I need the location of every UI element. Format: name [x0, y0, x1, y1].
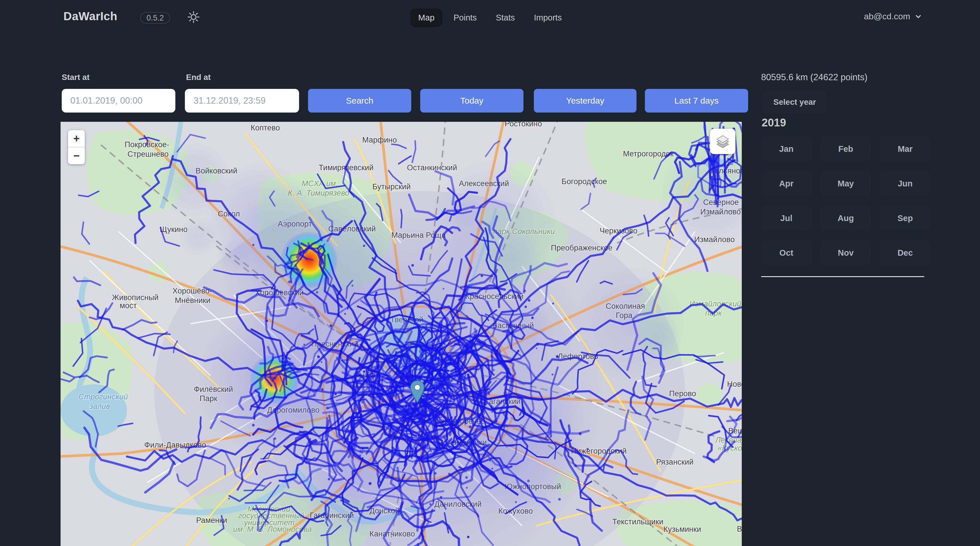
- map-label: МСХА им.: [302, 179, 338, 188]
- zoom-control: + −: [68, 130, 85, 164]
- tab-imports[interactable]: Imports: [526, 9, 570, 27]
- map-label: Таганский: [485, 397, 520, 406]
- map-label: Красносельский: [465, 292, 523, 301]
- month-button-sep[interactable]: Sep: [880, 206, 931, 231]
- map-label: Парк: [200, 394, 217, 403]
- tab-map[interactable]: Map: [410, 9, 442, 27]
- map-label: Тверской: [390, 315, 423, 324]
- map-label: Ростокино: [505, 122, 542, 128]
- map-label: Пресненский: [311, 340, 358, 348]
- map-label: Перово: [669, 389, 696, 398]
- select-year-button[interactable]: Select year: [763, 91, 827, 114]
- map-label: парк Сокольники: [493, 227, 555, 236]
- map-label: им. М. В. Ломоносова: [233, 525, 312, 533]
- map-label: Марьина Роща: [391, 231, 446, 239]
- map-label: Рязанский: [656, 458, 694, 466]
- tracks-heatmap-layer: [60, 122, 742, 546]
- month-button-may[interactable]: May: [821, 171, 871, 196]
- map-label: Донской: [369, 506, 399, 515]
- map-label: Арбат: [357, 371, 379, 380]
- map-label: университет: [243, 518, 294, 527]
- account-menu[interactable]: ab@cd.com: [864, 11, 922, 21]
- map-label: Строгинский: [78, 393, 128, 401]
- map-label: Дорогомилово: [267, 406, 320, 414]
- map-label: Измайловский: [689, 300, 741, 308]
- map-label: Текстильщики: [612, 517, 663, 526]
- map-label: Гора: [616, 311, 633, 320]
- map-label: Вешняки: [728, 426, 742, 435]
- tab-stats[interactable]: Stats: [488, 9, 523, 27]
- map-label: Хамовники: [447, 438, 487, 447]
- month-button-jul[interactable]: Jul: [761, 206, 811, 231]
- zoom-in-button[interactable]: +: [68, 130, 85, 147]
- map-label: Раменки: [196, 516, 227, 525]
- map-label: Стрешнево: [127, 150, 169, 158]
- month-button-feb[interactable]: Feb: [821, 136, 871, 161]
- map-label: Останкинский: [407, 163, 457, 172]
- month-button-oct[interactable]: Oct: [761, 240, 811, 265]
- version-badge: 0.5.2: [140, 12, 170, 24]
- map-label: Выхино: [737, 525, 742, 533]
- map-label: Измайлово: [694, 235, 735, 244]
- map-label: Богородское: [562, 177, 607, 186]
- map-label: Коптево: [251, 123, 280, 132]
- map-label: мост: [120, 301, 137, 310]
- map-label: Лесопарк: [715, 436, 742, 444]
- month-button-mar[interactable]: Mar: [880, 136, 931, 161]
- map-label: Щукино: [160, 225, 188, 234]
- end-at-input[interactable]: [185, 89, 299, 113]
- map-label: Гагаринский: [310, 511, 354, 520]
- sun-icon: [187, 10, 200, 24]
- map-label: Хорошёво-: [172, 287, 212, 295]
- month-button-aug[interactable]: Aug: [821, 206, 871, 231]
- map-label: Войковский: [196, 166, 237, 175]
- map-label: Нижегородский: [571, 447, 627, 455]
- map-label: Сокол: [218, 209, 240, 218]
- month-button-apr[interactable]: Apr: [761, 171, 811, 196]
- map-label: Кузьминки: [663, 525, 701, 533]
- map-label: Черкизово: [600, 227, 637, 235]
- search-button[interactable]: Search: [308, 89, 411, 113]
- map-label: Метрогородок: [623, 150, 674, 158]
- map-container[interactable]: КоптевоМарфиноПокровское-СтрешневоТимиря…: [60, 122, 742, 546]
- month-button-jan[interactable]: Jan: [761, 136, 811, 161]
- map-label: К. А. Тимирязево: [288, 189, 349, 197]
- map-label: Мнёвники: [175, 296, 210, 305]
- chevron-down-icon: [914, 13, 922, 21]
- zoom-out-button[interactable]: −: [68, 147, 85, 164]
- tab-points[interactable]: Points: [446, 9, 485, 27]
- map-label: Московский: [247, 505, 290, 513]
- month-grid: Jan Feb Mar Apr May Jun Jul Aug Sep Oct …: [761, 136, 931, 265]
- month-button-jun[interactable]: Jun: [880, 171, 931, 196]
- yesterday-button[interactable]: Yesterday: [534, 89, 636, 113]
- month-button-nov[interactable]: Nov: [821, 240, 871, 265]
- map-label: Измайлово: [700, 208, 741, 216]
- map-label: залив: [89, 402, 110, 411]
- map-label: Преображенское: [551, 244, 612, 252]
- map-label: Аэропорт: [278, 220, 312, 228]
- today-button[interactable]: Today: [420, 89, 523, 113]
- layers-control-button[interactable]: [710, 129, 735, 154]
- sidebar-divider: [761, 276, 924, 277]
- map-label: Соколиная: [606, 302, 645, 311]
- map-label: Лефортово: [558, 352, 598, 361]
- map-label: Покровское-: [124, 140, 169, 149]
- main-nav: Map Points Stats Imports: [410, 9, 570, 27]
- month-button-dec[interactable]: Dec: [880, 240, 931, 265]
- map-marker-pin[interactable]: [410, 380, 425, 403]
- map-label: Даниловский: [434, 500, 482, 508]
- start-at-input[interactable]: [62, 89, 175, 113]
- map-label: Хорошёвский: [255, 288, 304, 297]
- map-label: Северное: [703, 198, 739, 207]
- last-7-days-button[interactable]: Last 7 days: [645, 89, 748, 113]
- map-label: Марфино: [362, 136, 397, 144]
- map-label: Тимирязевский: [319, 163, 374, 172]
- map-label: Новогиреево: [727, 380, 742, 388]
- theme-toggle-button[interactable]: [187, 10, 200, 24]
- map-label: парк: [705, 309, 722, 318]
- map-label: государственный: [238, 511, 304, 520]
- map-basemap: КоптевоМарфиноПокровское-СтрешневоТимиря…: [60, 122, 742, 546]
- map-label: Живописный: [112, 293, 159, 302]
- map-label: Южнопортовый: [505, 482, 561, 491]
- end-at-label: End at: [186, 73, 211, 82]
